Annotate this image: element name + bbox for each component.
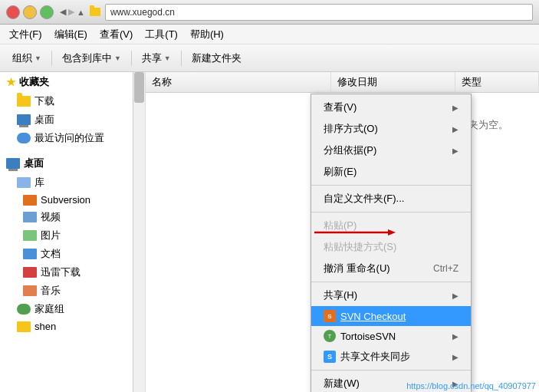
star-icon: ★ [6, 76, 16, 88]
ctx-view[interactable]: 查看(V) ▶ [311, 97, 471, 118]
up-button[interactable]: ▲ [77, 8, 85, 17]
sidebar-item-document[interactable]: 文档 [0, 245, 133, 263]
col-date-header[interactable]: 修改日期 [331, 72, 455, 92]
shen-icon [17, 321, 31, 332]
ctx-paste: 粘贴(P) [311, 215, 471, 236]
ctx-sep2 [311, 212, 471, 212]
minimize-button[interactable] [23, 5, 37, 19]
new-folder-button[interactable]: 新建文件夹 [186, 48, 248, 68]
include-library-button[interactable]: 包含到库中 ▼ [56, 48, 127, 68]
include-library-arrow: ▼ [114, 54, 121, 62]
subversion-icon [23, 195, 37, 206]
ctx-new[interactable]: 新建(W) ▶ [311, 373, 471, 392]
organize-arrow: ▼ [35, 54, 41, 62]
ctx-svn-checkout[interactable]: S SVN Checkout [311, 306, 471, 326]
favorites-section[interactable]: ★ 收藏夹 [0, 72, 133, 92]
include-library-label: 包含到库中 [62, 51, 112, 65]
sidebar-item-library[interactable]: 库 [0, 173, 133, 192]
svn-icon: S [324, 310, 336, 322]
library-icon [17, 177, 31, 188]
ctx-view-label: 查看(V) [324, 100, 357, 114]
desktop-section-label: 桌面 [24, 156, 44, 170]
ctx-svn-left: S SVN Checkout [324, 310, 406, 322]
sidebar-scrollbar[interactable] [133, 72, 145, 392]
maximize-button[interactable] [40, 5, 54, 19]
ctx-sort-label: 排序方式(O) [324, 122, 378, 136]
ctx-customize[interactable]: 自定义文件夹(F)... [311, 188, 471, 209]
thunder-label: 迅雷下载 [41, 265, 81, 279]
ctx-sort[interactable]: 排序方式(O) ▶ [311, 118, 471, 140]
ctx-new-arrow: ▶ [452, 380, 458, 388]
downloads-label: 下载 [35, 94, 54, 108]
sidebar-item-image[interactable]: 图片 [0, 226, 133, 245]
new-folder-label: 新建文件夹 [192, 51, 242, 65]
menu-tools[interactable]: 工具(T) [139, 26, 184, 43]
subversion-label: Subversion [41, 194, 90, 206]
image-icon [23, 230, 37, 241]
ctx-undo-shortcut: Ctrl+Z [433, 263, 458, 274]
recent-label: 最近访问的位置 [35, 131, 104, 145]
address-text: www.xuegod.cn [110, 7, 175, 18]
back-button[interactable]: ◀ [60, 7, 66, 17]
share-button[interactable]: 共享 ▼ [136, 48, 177, 68]
col-type-header[interactable]: 类型 [455, 72, 539, 92]
ctx-share-arrow: ▶ [452, 292, 458, 300]
video-icon [23, 212, 37, 222]
menu-bar: 文件(F) 编辑(E) 查看(V) 工具(T) 帮助(H) [0, 25, 539, 44]
sidebar-item-downloads[interactable]: 下载 [0, 92, 133, 110]
ctx-group-arrow: ▶ [452, 147, 458, 155]
ctx-sep1 [311, 185, 471, 186]
menu-view[interactable]: 查看(V) [94, 26, 139, 43]
ctx-sep4 [311, 370, 471, 371]
ctx-undo-label: 撤消 重命名(U) [324, 262, 390, 275]
menu-help[interactable]: 帮助(H) [184, 26, 230, 43]
ctx-share[interactable]: 共享(H) ▶ [311, 285, 471, 306]
toolbar-sep3 [181, 51, 182, 66]
ctx-group[interactable]: 分组依据(P) ▶ [311, 140, 471, 161]
ctx-customize-label: 自定义文件夹(F)... [324, 192, 404, 206]
ctx-share-sync-label: 共享文件夹同步 [340, 350, 410, 364]
sidebar-item-subversion[interactable]: Subversion [0, 192, 133, 208]
ctx-share-sync-left: S 共享文件夹同步 [324, 350, 410, 364]
sidebar-item-shen[interactable]: shen [0, 318, 133, 334]
sidebar-content: ★ 收藏夹 下载 桌面 最近访问的位置 桌面 [0, 72, 133, 392]
address-bar[interactable]: www.xuegod.cn [105, 4, 533, 21]
desktop-section-icon [6, 158, 20, 169]
title-bar: ◀ ▶ ▲ www.xuegod.cn [0, 0, 539, 25]
favorites-label: 收藏夹 [19, 75, 49, 89]
scroll-thumb [134, 72, 144, 103]
main-area: ★ 收藏夹 下载 桌面 最近访问的位置 桌面 [0, 72, 539, 392]
sidebar-item-music[interactable]: 音乐 [0, 282, 133, 300]
menu-edit[interactable]: 编辑(E) [48, 26, 94, 43]
organize-button[interactable]: 组织 ▼ [6, 48, 48, 68]
col-name-header[interactable]: 名称 [146, 72, 331, 92]
share-arrow: ▼ [164, 54, 171, 62]
ctx-refresh[interactable]: 刷新(E) [311, 161, 471, 183]
ctx-view-arrow: ▶ [452, 104, 458, 112]
organize-label: 组织 [12, 51, 32, 65]
file-area[interactable]: 名称 修改日期 类型 该文件夹为空。 查看(V) ▶ 排序方式(O) ▶ 分组依… [146, 72, 539, 392]
forward-button[interactable]: ▶ [68, 7, 74, 17]
ctx-paste-shortcut-label: 粘贴快捷方式(S) [324, 240, 396, 254]
video-label: 视频 [41, 210, 61, 224]
ctx-share-sync[interactable]: S 共享文件夹同步 ▶ [311, 346, 471, 367]
sidebar-item-desktop-fav[interactable]: 桌面 [0, 110, 133, 129]
ctx-undo[interactable]: 撤消 重命名(U) Ctrl+Z [311, 258, 471, 279]
ctx-share-label: 共享(H) [324, 288, 357, 302]
ctx-paste-shortcut: 粘贴快捷方式(S) [311, 236, 471, 258]
tortoise-icon: T [324, 330, 336, 342]
family-label: 家庭组 [35, 302, 64, 316]
menu-file[interactable]: 文件(F) [3, 26, 48, 43]
ctx-sep3 [311, 282, 471, 282]
desktop-section[interactable]: 桌面 [0, 153, 133, 173]
family-icon [17, 304, 31, 315]
close-button[interactable] [6, 5, 20, 19]
window-controls [6, 5, 54, 19]
image-label: 图片 [41, 229, 61, 242]
ctx-tortoise[interactable]: T TortoiseSVN ▶ [311, 326, 471, 346]
sidebar-item-family[interactable]: 家庭组 [0, 300, 133, 318]
folder-icon [90, 8, 100, 16]
sidebar-item-video[interactable]: 视频 [0, 208, 133, 226]
sidebar-item-recent[interactable]: 最近访问的位置 [0, 129, 133, 147]
sidebar-item-thunder[interactable]: 迅雷下载 [0, 263, 133, 282]
